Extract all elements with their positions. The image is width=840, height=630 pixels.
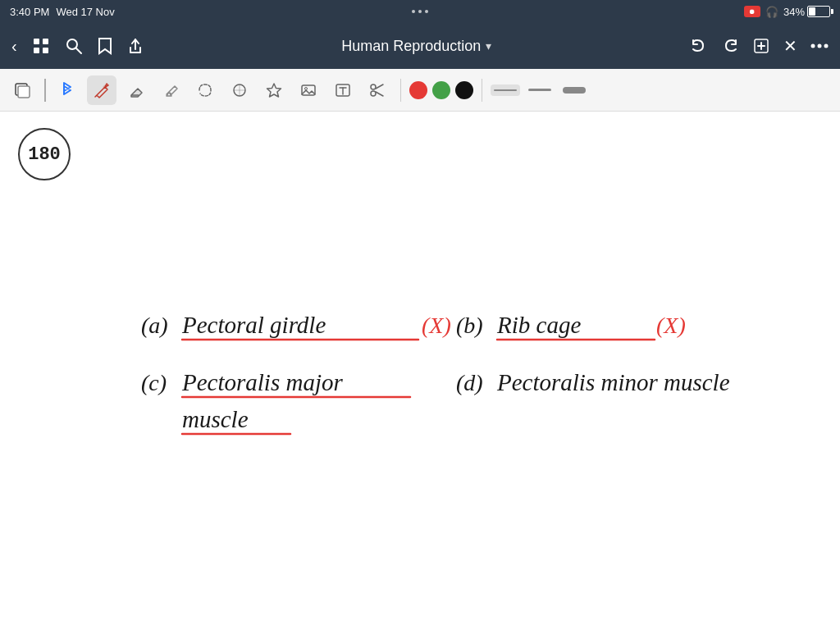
- svg-text:(d): (d): [456, 370, 483, 395]
- layers-button[interactable]: [8, 75, 38, 105]
- image-tool-button[interactable]: [294, 75, 323, 105]
- stroke-medium-button[interactable]: [525, 84, 555, 96]
- svg-rect-21: [302, 85, 315, 95]
- stroke-thin-button[interactable]: [491, 84, 520, 96]
- battery-percent: 34%: [783, 6, 805, 18]
- toolbar-divider-2: [400, 79, 401, 102]
- svg-text:(c): (c): [141, 370, 167, 395]
- toolbar-divider-3: [482, 79, 482, 102]
- pen-tool-button[interactable]: [87, 75, 116, 105]
- color-red-button[interactable]: [409, 81, 427, 99]
- stroke-thin-indicator: [494, 89, 517, 91]
- battery-icon: [807, 6, 830, 17]
- svg-rect-14: [18, 86, 30, 98]
- svg-marker-20: [267, 84, 281, 97]
- battery-indicator: 34%: [783, 6, 830, 18]
- svg-text:Pectoral girdle: Pectoral girdle: [181, 312, 326, 338]
- search-button[interactable]: [65, 37, 83, 55]
- svg-point-27: [371, 91, 376, 96]
- svg-line-28: [376, 84, 383, 89]
- highlighter-tool-button[interactable]: [156, 75, 185, 105]
- text-tool-button[interactable]: [328, 75, 358, 105]
- svg-line-29: [376, 92, 383, 96]
- eraser-tool-button[interactable]: [121, 75, 151, 105]
- share-button[interactable]: [127, 37, 144, 55]
- star-tool-button[interactable]: [259, 75, 289, 105]
- svg-text:Pectoralis minor muscle: Pectoralis minor muscle: [496, 369, 730, 395]
- svg-point-26: [371, 84, 376, 89]
- svg-point-11: [818, 44, 822, 48]
- grid-button[interactable]: [32, 37, 50, 55]
- bluetooth-icon[interactable]: [52, 75, 82, 105]
- svg-rect-2: [34, 48, 39, 53]
- document-title[interactable]: Human Reproduction ▾: [341, 38, 491, 55]
- svg-point-22: [305, 87, 308, 89]
- svg-point-12: [824, 44, 829, 48]
- svg-line-5: [76, 48, 81, 53]
- undo-button[interactable]: [690, 37, 708, 55]
- dot-2: [418, 10, 422, 13]
- svg-text:(a): (a): [141, 313, 168, 338]
- dot-3: [425, 10, 428, 13]
- toolbar: [0, 69, 840, 112]
- color-green-button[interactable]: [432, 81, 450, 99]
- bookmark-button[interactable]: [98, 37, 112, 55]
- more-options-button[interactable]: [810, 43, 829, 48]
- time-display: 3:40 PM: [10, 6, 49, 18]
- title-chevron-icon: ▾: [486, 39, 491, 52]
- svg-text:(b): (b): [456, 313, 483, 338]
- svg-point-10: [811, 44, 815, 48]
- canvas-area[interactable]: 180 (a) Pectoral girdle (X) (b) Rib cage…: [0, 112, 840, 630]
- svg-rect-1: [43, 39, 48, 44]
- svg-rect-0: [34, 39, 39, 44]
- status-bar: 3:40 PM Wed 17 Nov ⏺ 🎧 34%: [0, 0, 840, 23]
- svg-text:Pectoralis major: Pectoralis major: [181, 369, 343, 395]
- record-icon: ⏺: [744, 6, 760, 17]
- stroke-thick-indicator: [563, 87, 586, 94]
- svg-text:muscle: muscle: [182, 406, 249, 432]
- headphone-icon: 🎧: [765, 6, 778, 18]
- dot-1: [412, 10, 415, 13]
- redo-button[interactable]: [721, 37, 739, 55]
- toolbar-divider-1: [44, 79, 46, 102]
- nav-bar: ‹ H: [0, 23, 840, 69]
- svg-rect-3: [43, 48, 48, 53]
- shape-tool-button[interactable]: [225, 75, 254, 105]
- color-black-button[interactable]: [455, 81, 473, 99]
- scissors-tool-button[interactable]: [363, 75, 392, 105]
- lasso-tool-button[interactable]: [190, 75, 220, 105]
- close-button[interactable]: ✕: [783, 36, 797, 56]
- add-page-button[interactable]: [752, 37, 770, 55]
- svg-text:(X): (X): [656, 313, 686, 338]
- date-display: Wed 17 Nov: [56, 6, 114, 18]
- stroke-medium-indicator: [528, 89, 551, 91]
- notes-canvas[interactable]: (a) Pectoral girdle (X) (b) Rib cage (X)…: [0, 112, 840, 630]
- back-button[interactable]: ‹: [11, 37, 17, 56]
- svg-point-4: [67, 39, 77, 49]
- svg-text:Rib cage: Rib cage: [496, 312, 581, 338]
- stroke-thick-button[interactable]: [559, 82, 589, 98]
- svg-text:(X): (X): [422, 313, 451, 338]
